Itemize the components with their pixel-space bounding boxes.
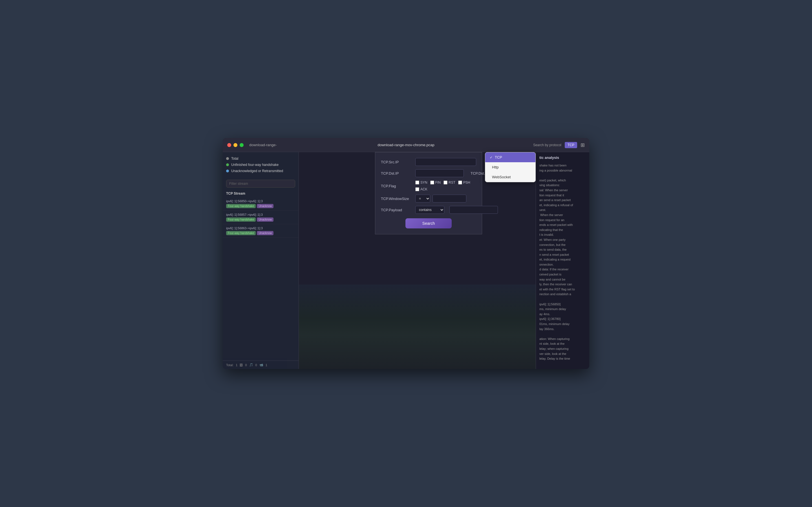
flag-psh-checkbox[interactable] [458,180,462,184]
footer-total-label: Total: [226,363,234,367]
protocol-selected-label: TCP [567,143,574,147]
stream-list: ipv6[::1]:56850->ipv6[::1]:3 Four-way ha… [223,197,299,360]
sidebar-content: Total Unfinished four-way handshake Unac… [223,152,299,369]
flag-fin-item[interactable]: FIN [430,180,441,184]
flag-ack-checkbox[interactable] [415,187,419,191]
stream-item-0[interactable]: ipv6[::1]:56850->ipv6[::1]:3 Four-way ha… [223,197,299,211]
tag-unack-0: Unacknow [257,204,273,208]
flag-label: TCP.Flag [381,184,412,188]
search-button[interactable]: Search [405,218,452,228]
titlebar: download-range- download-range-mov-chrom… [223,138,589,152]
search-by-protocol-label: Search by protocol [533,143,561,147]
landscape-background [299,284,536,369]
stream-addr-0: ipv6[::1]:56850->ipv6[::1]:3 [226,200,295,203]
flag-syn-checkbox[interactable] [415,180,419,184]
image-icon: 🖼 [240,363,243,367]
payload-contains-select[interactable]: contains not contains starts with ends w… [415,206,444,214]
flag-rst-label: RST [449,180,455,184]
tag-unack-1: Unacknow [257,217,273,222]
stream-addr-2: ipv6[::1]:56863->ipv6[::1]:3 [226,226,295,230]
flag-ack-item[interactable]: ACK [415,187,427,191]
filter-stream-input[interactable] [226,180,295,187]
stream-tags-2: Four-way handshake Unacknow [226,231,295,235]
window-size-input[interactable] [433,194,466,203]
footer-total-value: 1 [236,363,238,367]
flag-syn-label: SYN [420,180,427,184]
maximize-button[interactable] [240,143,244,147]
legend-dot-unfinished [226,163,229,166]
center-right-wrapper: TCP.Src.IP TCP.Dst.IP TCP.Dst.Port TCP.F… [299,152,536,369]
flag-checkboxes: SYN FIN RST PSH [415,180,476,191]
traffic-lights [227,143,244,147]
protocol-item-tcp[interactable]: ✓ TCP [485,152,536,162]
stream-item-1[interactable]: ipv6[::1]:56857->ipv6[::1]:3 Four-way ha… [223,211,299,224]
protocol-websocket-label: WebSocket [492,175,511,179]
legend-label-total: Total [231,157,238,161]
flag-ack-label: ACK [420,187,427,191]
dst-row: TCP.Dst.IP TCP.Dst.Port [381,169,476,177]
right-panel: tic analysis shake has not been ing a po… [536,152,589,369]
minimize-button[interactable] [234,143,238,147]
dst-ip-input[interactable] [415,169,464,177]
flag-psh-item[interactable]: PSH [458,180,470,184]
legend-label-unack: Unacknowledged or Retransmitted [231,169,283,173]
analysis-title: tic analysis [539,156,586,160]
legend-dot-total [226,157,229,160]
tcp-stream-header: TCP Stream [223,190,299,197]
src-ip-input[interactable] [415,158,476,166]
legend-dot-unack [226,170,229,172]
titlebar-right: Search by protocol TCP ⊞ [533,142,585,148]
sidebar: Total Unfinished four-way handshake Unac… [223,152,299,369]
stream-item-2[interactable]: ipv6[::1]:56863->ipv6[::1]:3 Four-way ha… [223,224,299,238]
center-area [299,248,536,369]
protocol-dropdown-button[interactable]: TCP [565,142,577,148]
stream-tags-0: Four-way handshake Unacknow [226,204,295,208]
flag-rst-checkbox[interactable] [444,180,448,184]
search-button-container: Search [381,218,476,228]
flag-fin-label: FIN [435,180,441,184]
tag-handshake-2: Four-way handshake [226,231,256,235]
footer-video-count: 1 [266,363,267,367]
window-title-left: download-range- [249,143,277,147]
legend-item-unack: Unacknowledged or Retransmitted [226,169,295,173]
analysis-content: shake has not been ing a possible abnorm… [539,163,586,361]
tag-unack-2: Unacknow [257,231,273,235]
sidebar-footer: Total: 1 🖼 0 🎵 0 📹 1 [223,360,299,369]
payload-input[interactable] [449,206,498,214]
checkmark-icon: ✓ [490,156,493,159]
legend-item-total: Total [226,157,295,161]
video-icon: 📹 [259,363,263,367]
protocol-dropdown: ✓ TCP Http WebSocket [485,152,536,182]
flag-psh-label: PSH [463,180,470,184]
src-ip-label: TCP.Src.IP [381,160,412,164]
flag-fin-checkbox[interactable] [430,180,434,184]
window-size-operator-select[interactable]: = != < > <= >= [415,194,430,203]
stream-addr-1: ipv6[::1]:56857->ipv6[::1]:3 [226,213,295,216]
payload-row: TCP.Payload contains not contains starts… [381,206,476,214]
protocol-item-http[interactable]: Http [485,162,536,172]
protocol-tcp-label: TCP [495,155,502,159]
main-window: download-range- download-range-mov-chrom… [223,138,589,369]
payload-label: TCP.Payload [381,208,412,212]
window-title-main: download-range-mov-chrome.pcap [377,143,435,147]
src-ip-row: TCP.Src.IP [381,158,476,166]
search-panel: TCP.Src.IP TCP.Dst.IP TCP.Dst.Port TCP.F… [375,152,482,234]
tag-handshake-1: Four-way handshake [226,217,256,222]
flag-row: TCP.Flag SYN FIN RST [381,180,476,191]
footer-image-count: 0 [245,363,247,367]
stream-tags-1: Four-way handshake Unacknow [226,217,295,222]
legend-label-unfinished: Unfinished four-way handshake [231,163,278,167]
protocol-item-websocket[interactable]: WebSocket [485,172,536,182]
main-content: Total Unfinished four-way handshake Unac… [223,152,589,369]
legend: Total Unfinished four-way handshake Unac… [223,152,299,177]
flag-rst-item[interactable]: RST [444,180,455,184]
layout-toggle-button[interactable]: ⊞ [580,142,585,148]
window-size-controls: = != < > <= >= [415,194,466,203]
tag-handshake-0: Four-way handshake [226,204,256,208]
footer-audio-count: 0 [255,363,257,367]
close-button[interactable] [227,143,231,147]
protocol-http-label: Http [492,165,499,169]
window-size-label: TCP.WindowSize [381,196,412,201]
flag-syn-item[interactable]: SYN [415,180,427,184]
legend-item-unfinished: Unfinished four-way handshake [226,163,295,167]
